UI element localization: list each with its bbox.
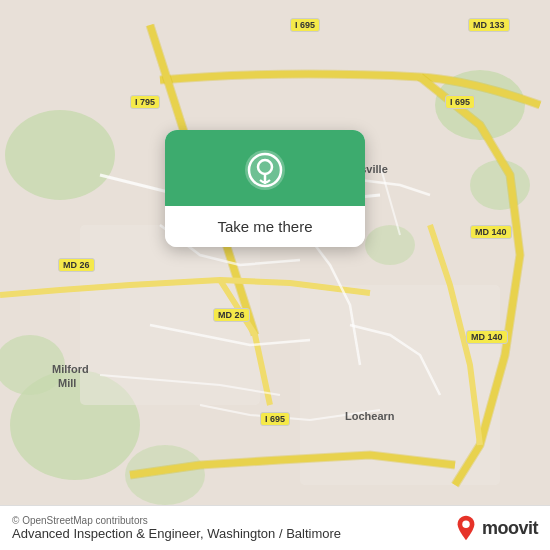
map-background: Milford Mill kesville Lochearn <box>0 0 550 550</box>
label-md26-left: MD 26 <box>58 258 95 272</box>
svg-point-1 <box>5 110 115 200</box>
location-pin-icon <box>243 148 287 192</box>
svg-text:Milford: Milford <box>52 363 89 375</box>
svg-text:Lochearn: Lochearn <box>345 410 395 422</box>
svg-point-7 <box>365 225 415 265</box>
location-title: Advanced Inspection & Engineer, Washingt… <box>12 526 341 541</box>
moovit-pin-icon <box>454 514 478 542</box>
label-i695-top: I 695 <box>290 18 320 32</box>
bottom-info: © OpenStreetMap contributors Advanced In… <box>12 515 341 541</box>
label-md133: MD 133 <box>468 18 510 32</box>
svg-text:Mill: Mill <box>58 377 76 389</box>
label-md140-top: MD 140 <box>470 225 512 239</box>
copyright: © OpenStreetMap contributors <box>12 515 341 526</box>
moovit-text: moovit <box>482 518 538 539</box>
label-md26-center: MD 26 <box>213 308 250 322</box>
label-i695-bottom: I 695 <box>260 412 290 426</box>
label-i795: I 795 <box>130 95 160 109</box>
label-md140-bottom: MD 140 <box>466 330 508 344</box>
moovit-logo: moovit <box>454 514 538 542</box>
map-container: Milford Mill kesville Lochearn I 695 I 6… <box>0 0 550 550</box>
take-me-there-button[interactable]: Take me there <box>165 206 365 247</box>
popup-card: Take me there <box>165 130 365 247</box>
svg-point-3 <box>470 160 530 210</box>
svg-point-17 <box>462 521 469 528</box>
popup-header <box>165 130 365 206</box>
label-i695-right: I 695 <box>445 95 475 109</box>
bottom-bar: © OpenStreetMap contributors Advanced In… <box>0 505 550 550</box>
